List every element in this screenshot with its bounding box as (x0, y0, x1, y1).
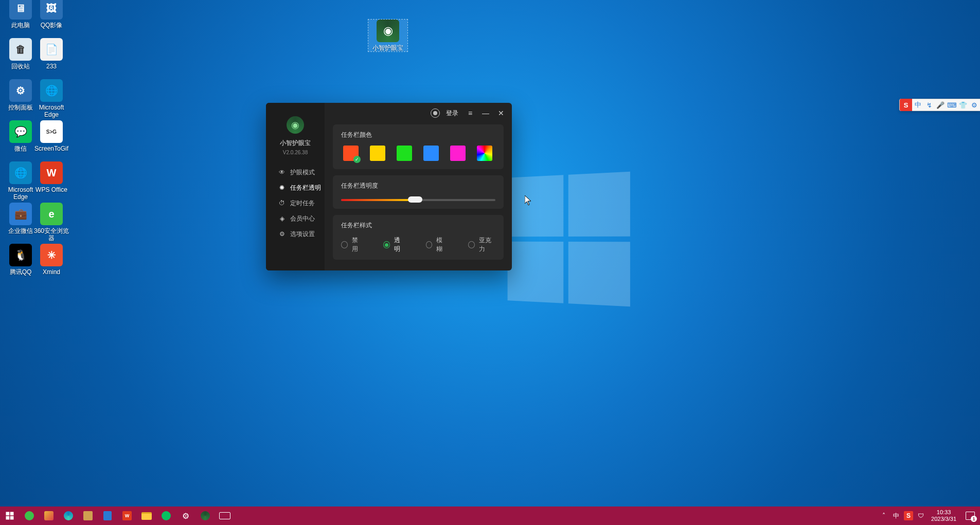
desktop-icon-edge2[interactable]: 🌐Microsoft Edge (32, 79, 71, 118)
desktop-icon-screentogif[interactable]: S>GScreenToGif (32, 120, 71, 152)
desktop[interactable]: 🖥此电脑🖼QQ影像🗑回收站📄233⚙控制面板🌐Microsoft Edge💬微信… (0, 0, 980, 525)
taskbar[interactable]: W ⚙ ˄ 中 S 🛡 10:33 2023/3/31 1 (0, 506, 980, 525)
opacity-slider[interactable] (341, 196, 495, 203)
ime-item-5[interactable]: ⚙ (969, 99, 980, 111)
app-version: V2.0.26.38 (283, 150, 308, 155)
taskbar-app-settings[interactable]: ⚙ (176, 506, 195, 525)
sidebar-item-timer-task[interactable]: ⏱定时任务 (270, 195, 321, 211)
style-radio-3[interactable]: 亚克力 (468, 236, 495, 254)
sidebar-item-member[interactable]: ◈会员中心 (270, 211, 321, 226)
app-window: ◉ 小智护眼宝 V2.0.26.38 👁护眼模式✺任务栏透明⏱定时任务◈会员中心… (266, 103, 512, 270)
svg-rect-2 (6, 516, 10, 520)
desktop-icon-360browser[interactable]: e360安全浏览器 (32, 203, 71, 242)
taskbar-app-explorer[interactable] (137, 506, 156, 525)
panel-taskbar-color: 任务栏颜色 (333, 124, 504, 169)
radio-dot-icon (468, 241, 475, 248)
ime-item-3[interactable]: ⌨ (946, 99, 957, 111)
hamburger-menu-icon[interactable]: ≡ (466, 108, 475, 118)
svg-rect-3 (10, 516, 14, 520)
desktop-icon-xmind[interactable]: ✳Xmind (32, 244, 71, 276)
taskbar-app-systray[interactable] (39, 506, 59, 525)
notif-badge: 1 (971, 516, 977, 522)
ime-item-1[interactable]: ↯ (923, 99, 935, 111)
tray-ime-lang[interactable]: 中 (890, 506, 902, 525)
taskbar-app-edge[interactable] (59, 506, 78, 525)
timer-task-icon: ⏱ (278, 199, 286, 207)
taskbar-app-keyboard[interactable] (215, 506, 235, 525)
clock-date: 2023/3/31 (931, 516, 956, 522)
app-content: 登录 ≡ — ✕ 任务栏颜色 任务栏透明度 任务栏样式 禁用透明模糊亚克力 (325, 103, 512, 270)
action-center-button[interactable]: 1 (960, 506, 980, 525)
ime-item-4[interactable]: 👕 (957, 99, 969, 111)
desktop-icon-file-233[interactable]: 📄233 (32, 38, 71, 70)
sidebar-item-eye-mode[interactable]: 👁护眼模式 (270, 165, 321, 180)
taskbar-clock[interactable]: 10:33 2023/3/31 (927, 509, 960, 522)
taskbar-app-snip[interactable] (78, 506, 98, 525)
member-icon: ◈ (278, 214, 286, 223)
clock-time: 10:33 (931, 509, 956, 516)
taskbar-right: ˄ 中 S 🛡 10:33 2023/3/31 1 (878, 506, 980, 525)
slider-fill (341, 199, 415, 201)
taskbar-app-todo[interactable] (98, 506, 117, 525)
app-logo-icon: ◉ (287, 116, 304, 134)
radio-dot-icon (426, 241, 433, 248)
color-swatch-3[interactable] (423, 146, 439, 161)
taskbar-app-wps[interactable]: W (117, 506, 137, 525)
color-swatch-0[interactable] (343, 146, 359, 161)
tray-expand-icon[interactable]: ˄ (878, 506, 890, 525)
color-swatch-row (341, 146, 495, 163)
svg-rect-0 (6, 512, 10, 516)
ime-sogou-icon[interactable]: S (900, 99, 912, 111)
radio-dot-icon (341, 241, 348, 248)
panel-opacity-title: 任务栏透明度 (341, 182, 495, 190)
sidebar-item-taskbar-trans[interactable]: ✺任务栏透明 (270, 180, 321, 195)
color-swatch-2[interactable] (397, 146, 412, 161)
taskbar-app-360[interactable] (20, 506, 39, 525)
slider-thumb[interactable] (408, 196, 422, 203)
panel-taskbar-opacity: 任务栏透明度 (333, 175, 504, 209)
minimize-button[interactable]: — (481, 108, 490, 118)
close-button[interactable]: ✕ (496, 108, 506, 118)
ime-floating-bar[interactable]: S 中↯🎤⌨👕⚙ (899, 99, 980, 111)
panel-taskbar-style: 任务栏样式 禁用透明模糊亚克力 (333, 215, 504, 260)
windows-logo-watermark (508, 172, 630, 307)
user-avatar-icon[interactable] (431, 108, 440, 118)
sidebar-item-options[interactable]: ⚙选项设置 (270, 226, 321, 242)
app-title: 小智护眼宝 (280, 139, 311, 148)
taskbar-app-wechat[interactable] (156, 506, 176, 525)
desktop-icon-label: 小智护眼宝 (368, 44, 407, 51)
ime-item-0[interactable]: 中 (912, 99, 923, 111)
login-button[interactable]: 登录 (446, 109, 458, 118)
style-radio-2[interactable]: 模糊 (426, 236, 448, 254)
tray-security-icon[interactable]: 🛡 (915, 506, 927, 525)
app-sidebar: ◉ 小智护眼宝 V2.0.26.38 👁护眼模式✺任务栏透明⏱定时任务◈会员中心… (266, 103, 325, 270)
ime-item-2[interactable]: 🎤 (935, 99, 946, 111)
color-swatch-1[interactable] (370, 146, 385, 161)
style-radio-group: 禁用透明模糊亚克力 (341, 236, 495, 254)
eye-mode-icon: 👁 (278, 168, 286, 176)
app-topbar: 登录 ≡ — ✕ (325, 103, 512, 123)
desktop-icon-xiaozhi[interactable]: ◉ 小智护眼宝 (368, 20, 407, 51)
start-button[interactable] (0, 506, 20, 525)
taskbar-app-xiaozhi[interactable] (195, 506, 215, 525)
color-swatch-5[interactable] (477, 146, 492, 161)
desktop-icon-qq-image[interactable]: 🖼QQ影像 (32, 0, 71, 29)
desktop-icon-wps[interactable]: WWPS Office (32, 161, 71, 193)
svg-rect-1 (10, 512, 14, 516)
radio-dot-icon (383, 241, 390, 248)
style-radio-0[interactable]: 禁用 (341, 236, 363, 254)
tray-sogou-icon[interactable]: S (904, 511, 913, 520)
panel-color-title: 任务栏颜色 (341, 131, 495, 139)
style-radio-1[interactable]: 透明 (383, 236, 405, 254)
options-icon: ⚙ (278, 230, 286, 238)
panel-style-title: 任务栏样式 (341, 221, 495, 230)
taskbar-left: W ⚙ (0, 506, 235, 525)
color-swatch-4[interactable] (450, 146, 466, 161)
taskbar-trans-icon: ✺ (278, 184, 286, 192)
